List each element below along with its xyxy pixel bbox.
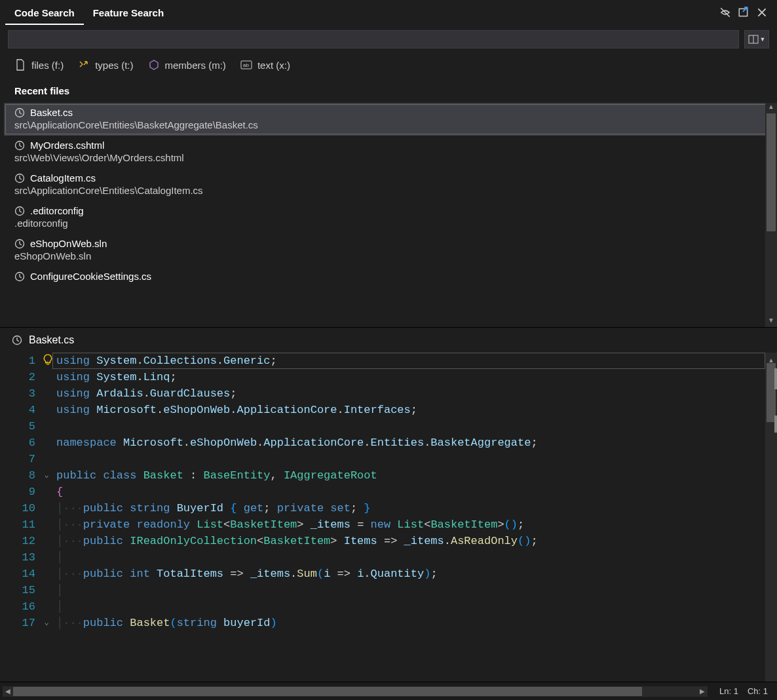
clock-icon bbox=[14, 206, 25, 216]
code-line[interactable]: 1⌄using System.Collections.Generic; bbox=[0, 353, 765, 369]
fold-toggle[interactable] bbox=[41, 435, 52, 451]
clock-icon bbox=[12, 335, 22, 345]
svg-rect-0 bbox=[739, 9, 747, 16]
code-line[interactable]: 7 bbox=[0, 451, 765, 467]
result-path: eShopOnWeb.sln bbox=[14, 250, 763, 262]
status-char: Ch: 1 bbox=[748, 686, 768, 696]
code-editor[interactable]: 1⌄using System.Collections.Generic;2usin… bbox=[0, 353, 777, 682]
line-number: 6 bbox=[0, 435, 41, 451]
filter-types[interactable]: types (t:) bbox=[78, 59, 133, 71]
lightbulb-icon[interactable] bbox=[42, 354, 54, 366]
result-item[interactable]: MyOrders.cshtml src\Web\Views\Order\MyOr… bbox=[0, 136, 777, 168]
scroll-up-icon[interactable]: ▲ bbox=[768, 103, 774, 113]
result-item[interactable]: ConfigureCookieSettings.cs bbox=[0, 267, 777, 287]
filter-members-label: members (m:) bbox=[165, 60, 226, 71]
preview-filename: Basket.cs bbox=[29, 334, 74, 346]
code-line[interactable]: 12│···public IReadOnlyCollection<BasketI… bbox=[0, 533, 765, 549]
code-line[interactable]: 9{ bbox=[0, 484, 765, 500]
members-icon bbox=[148, 59, 160, 71]
fold-toggle[interactable] bbox=[41, 402, 52, 418]
line-number: 4 bbox=[0, 402, 41, 418]
code-line[interactable]: 8⌄public class Basket : BaseEntity, IAgg… bbox=[0, 467, 765, 484]
results-scrollbar[interactable]: ▲ ▼ bbox=[765, 103, 777, 327]
fold-toggle[interactable]: ⌄ bbox=[41, 467, 52, 484]
recent-files-header: Recent files bbox=[0, 81, 777, 103]
result-name: CatalogItem.cs bbox=[30, 172, 96, 184]
filter-row: files (f:) types (t:) members (m:) ab te… bbox=[0, 54, 777, 81]
preview-toggle-icon[interactable] bbox=[719, 7, 731, 18]
code-line[interactable]: 6namespace Microsoft.eShopOnWeb.Applicat… bbox=[0, 435, 765, 451]
clock-icon bbox=[14, 140, 25, 151]
code-line[interactable]: 15│ bbox=[0, 582, 765, 598]
line-number: 7 bbox=[0, 451, 41, 467]
clock-icon bbox=[14, 107, 25, 118]
result-name: .editorconfig bbox=[30, 205, 84, 216]
code-line[interactable]: 10│···public string BuyerId { get; priva… bbox=[0, 500, 765, 516]
filter-members[interactable]: members (m:) bbox=[148, 59, 226, 71]
fold-toggle[interactable] bbox=[41, 385, 52, 402]
filter-types-label: types (t:) bbox=[95, 60, 133, 71]
editor-scrollbar-vertical[interactable]: ▲ bbox=[765, 353, 777, 682]
editor-scroll-marker bbox=[774, 368, 777, 389]
code-line[interactable]: 16│ bbox=[0, 598, 765, 615]
result-path: src\ApplicationCore\Entities\BasketAggre… bbox=[14, 119, 763, 130]
result-item[interactable]: Basket.cs src\ApplicationCore\Entities\B… bbox=[4, 103, 773, 136]
filter-files-label: files (f:) bbox=[31, 60, 64, 71]
scroll-left-icon[interactable]: ◀ bbox=[3, 688, 13, 695]
fold-toggle[interactable] bbox=[41, 549, 52, 566]
text-icon: ab bbox=[240, 59, 252, 71]
tab-code-search[interactable]: Code Search bbox=[5, 1, 84, 25]
fold-toggle[interactable] bbox=[41, 533, 52, 549]
result-name: eShopOnWeb.sln bbox=[30, 238, 107, 249]
fold-toggle[interactable] bbox=[41, 484, 52, 500]
fold-toggle[interactable] bbox=[41, 418, 52, 435]
line-number: 1 bbox=[0, 353, 41, 369]
filter-files[interactable]: files (f:) bbox=[14, 59, 64, 71]
tab-feature-search[interactable]: Feature Search bbox=[84, 1, 173, 25]
filter-text[interactable]: ab text (x:) bbox=[240, 59, 290, 71]
code-line[interactable]: 11│···private readonly List<BasketItem> … bbox=[0, 516, 765, 533]
editor-scrollbar-horizontal[interactable]: ◀ ▶ bbox=[3, 686, 708, 697]
results-list: Basket.cs src\ApplicationCore\Entities\B… bbox=[0, 103, 777, 327]
scroll-down-icon[interactable]: ▼ bbox=[768, 317, 774, 327]
result-item[interactable]: .editorconfig .editorconfig bbox=[0, 201, 777, 234]
code-line[interactable]: 4using Microsoft.eShopOnWeb.ApplicationC… bbox=[0, 402, 765, 418]
result-name: ConfigureCookieSettings.cs bbox=[30, 271, 151, 282]
types-icon bbox=[78, 59, 90, 71]
code-line[interactable]: 17⌄│···public Basket(string buyerId) bbox=[0, 615, 765, 631]
code-line[interactable]: 2using System.Linq; bbox=[0, 369, 765, 385]
fold-toggle[interactable] bbox=[41, 516, 52, 533]
fold-toggle[interactable] bbox=[41, 369, 52, 385]
titlebar: Code Search Feature Search bbox=[0, 0, 777, 25]
result-path: src\Web\Views\Order\MyOrders.cshtml bbox=[14, 152, 763, 163]
fold-toggle[interactable] bbox=[41, 451, 52, 467]
result-name: MyOrders.cshtml bbox=[30, 140, 104, 151]
fold-toggle[interactable]: ⌄ bbox=[41, 615, 52, 631]
filter-text-label: text (x:) bbox=[257, 60, 290, 71]
search-input[interactable] bbox=[8, 30, 739, 49]
editor-hscroll-thumb[interactable] bbox=[13, 687, 642, 696]
line-number: 15 bbox=[0, 582, 41, 598]
line-number: 5 bbox=[0, 418, 41, 435]
line-number: 16 bbox=[0, 598, 41, 615]
line-number: 9 bbox=[0, 484, 41, 500]
code-line[interactable]: 3using Ardalis.GuardClauses; bbox=[0, 385, 765, 402]
fold-toggle[interactable] bbox=[41, 598, 52, 615]
scroll-up-icon[interactable]: ▲ bbox=[769, 353, 773, 363]
status-line: Ln: 1 bbox=[719, 686, 738, 696]
result-name: Basket.cs bbox=[30, 107, 73, 118]
result-item[interactable]: eShopOnWeb.sln eShopOnWeb.sln bbox=[0, 234, 777, 267]
result-path: src\ApplicationCore\Entities\CatalogItem… bbox=[14, 185, 763, 196]
fold-toggle[interactable] bbox=[41, 582, 52, 598]
close-icon[interactable] bbox=[756, 7, 768, 18]
code-line[interactable]: 14│···public int TotalItems => _items.Su… bbox=[0, 566, 765, 582]
scroll-right-icon[interactable]: ▶ bbox=[697, 688, 708, 695]
dock-icon[interactable] bbox=[738, 7, 749, 18]
view-options-button[interactable]: ▼ bbox=[744, 30, 769, 49]
results-scroll-thumb[interactable] bbox=[767, 113, 776, 231]
fold-toggle[interactable] bbox=[41, 566, 52, 582]
result-item[interactable]: CatalogItem.cs src\ApplicationCore\Entit… bbox=[0, 168, 777, 201]
fold-toggle[interactable] bbox=[41, 500, 52, 516]
code-line[interactable]: 13│ bbox=[0, 549, 765, 566]
code-line[interactable]: 5 bbox=[0, 418, 765, 435]
